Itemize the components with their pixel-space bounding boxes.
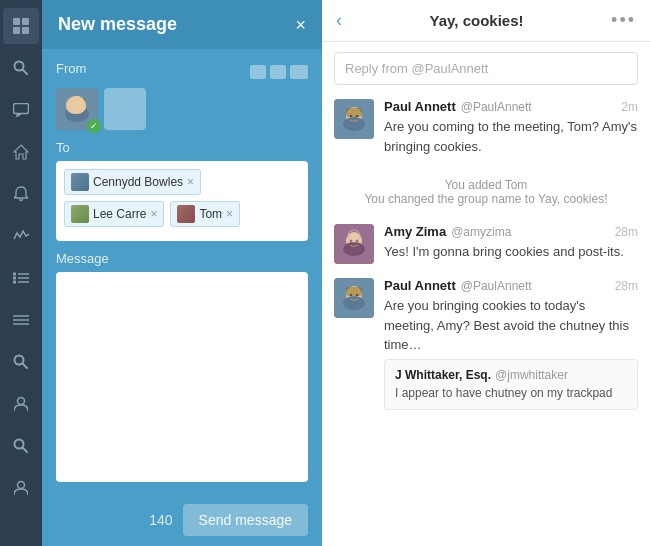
- amy-avatar: [334, 224, 374, 264]
- system-text-1: You added Tom: [334, 178, 638, 192]
- messages-list: Paul Annett @PaulAnnett 2m Are you comin…: [322, 91, 650, 546]
- conv-title: Yay, cookies!: [352, 12, 601, 29]
- amy-name: Amy Zima: [384, 224, 446, 239]
- amy-text: Yes! I'm gonna bring cookies and post-it…: [384, 242, 638, 262]
- reply-box[interactable]: Reply from @PaulAnnett: [334, 52, 638, 85]
- paul2-name: Paul Annett: [384, 278, 456, 293]
- from-avatar-paul[interactable]: ✓: [56, 88, 98, 130]
- compose-title: New message: [58, 14, 177, 35]
- nav-home2[interactable]: [3, 134, 39, 170]
- compose-footer: 140 Send message: [42, 494, 322, 546]
- nav-search[interactable]: [3, 50, 39, 86]
- tom-avatar: [177, 205, 195, 223]
- message-input[interactable]: [56, 272, 308, 482]
- msg-meta-paul2: Paul Annett @PaulAnnett 28m: [384, 278, 638, 293]
- view-toggle: [250, 65, 308, 79]
- svg-point-27: [80, 105, 83, 108]
- nav-lists2[interactable]: [3, 302, 39, 338]
- left-nav: [0, 0, 42, 546]
- nested-tweet-meta: J Whittaker, Esq. @jmwhittaker: [395, 368, 627, 382]
- svg-rect-25: [68, 98, 86, 108]
- recipient-tom[interactable]: Tom ×: [170, 201, 240, 227]
- lee-avatar: [71, 205, 89, 223]
- paul2-time: 28m: [615, 279, 638, 293]
- nav-notifications[interactable]: [3, 176, 39, 212]
- nav-messages[interactable]: [3, 92, 39, 128]
- message-item-paul2: Paul Annett @PaulAnnett 28m Are you brin…: [334, 278, 638, 410]
- amy-handle: @amyzima: [451, 225, 511, 239]
- send-button[interactable]: Send message: [183, 504, 308, 536]
- paul2-handle: @PaulAnnett: [461, 279, 532, 293]
- from-avatar-blank[interactable]: [104, 88, 146, 130]
- remove-tom[interactable]: ×: [226, 208, 233, 220]
- svg-line-17: [23, 364, 28, 369]
- lee-name: Lee Carre: [93, 207, 146, 221]
- more-button[interactable]: •••: [611, 10, 636, 31]
- system-message: You added Tom You changed the group name…: [334, 170, 638, 214]
- svg-point-44: [350, 294, 353, 297]
- char-count: 140: [149, 512, 172, 528]
- message-item-amy: Amy Zima @amyzima 28m Yes! I'm gonna bri…: [334, 224, 638, 264]
- cennydd-name: Cennydd Bowles: [93, 175, 183, 189]
- svg-point-24: [65, 106, 89, 122]
- from-section: From: [56, 61, 308, 130]
- svg-rect-1: [22, 18, 29, 25]
- message-section: Message: [56, 251, 308, 482]
- view-single-icon[interactable]: [250, 65, 266, 79]
- svg-rect-12: [13, 281, 16, 284]
- paul-avatar-1: [334, 99, 374, 139]
- svg-rect-2: [13, 27, 20, 34]
- msg-content-amy: Amy Zima @amyzima 28m Yes! I'm gonna bri…: [384, 224, 638, 264]
- avatar-check-mark: ✓: [87, 119, 101, 133]
- msg-meta-amy: Amy Zima @amyzima 28m: [384, 224, 638, 239]
- svg-rect-10: [13, 273, 16, 276]
- svg-point-42: [343, 296, 365, 310]
- to-recipients-box[interactable]: Cennydd Bowles × Lee Carre × Tom ×: [56, 161, 308, 241]
- to-label: To: [56, 140, 308, 155]
- msg-content-paul2: Paul Annett @PaulAnnett 28m Are you brin…: [384, 278, 638, 410]
- conv-header: ‹ Yay, cookies! •••: [322, 0, 650, 42]
- remove-lee[interactable]: ×: [150, 208, 157, 220]
- svg-point-21: [18, 482, 25, 489]
- svg-rect-0: [13, 18, 20, 25]
- msg-text-paul1: Are you coming to the meeting, Tom? Amy'…: [384, 117, 638, 156]
- close-button[interactable]: ×: [295, 16, 306, 34]
- svg-point-32: [350, 115, 353, 118]
- nav-lists[interactable]: [3, 260, 39, 296]
- remove-cennydd[interactable]: ×: [187, 176, 194, 188]
- svg-rect-43: [346, 287, 362, 296]
- nested-handle: @jmwhittaker: [495, 368, 568, 382]
- nested-text: I appear to have chutney on my trackpad: [395, 385, 627, 402]
- nav-user2[interactable]: [3, 470, 39, 506]
- message-label: Message: [56, 251, 308, 266]
- view-grid-icon[interactable]: [270, 65, 286, 79]
- svg-line-5: [23, 70, 28, 75]
- view-list-icon[interactable]: [290, 65, 308, 79]
- msg-handle: @PaulAnnett: [461, 100, 532, 114]
- nav-search2[interactable]: [3, 344, 39, 380]
- conversation-panel: ‹ Yay, cookies! ••• Reply from @PaulAnne…: [322, 0, 650, 546]
- svg-point-45: [356, 294, 359, 297]
- recipient-lee[interactable]: Lee Carre ×: [64, 201, 164, 227]
- svg-rect-3: [22, 27, 29, 34]
- paul2-text: Are you bringing cookies to today's meet…: [384, 296, 638, 355]
- compose-body: From: [42, 49, 322, 494]
- nested-name: J Whittaker, Esq.: [395, 368, 491, 382]
- recipient-cennydd[interactable]: Cennydd Bowles ×: [64, 169, 201, 195]
- nav-profile[interactable]: [3, 386, 39, 422]
- msg-meta-paul1: Paul Annett @PaulAnnett 2m: [384, 99, 638, 114]
- svg-rect-6: [14, 104, 29, 114]
- nav-home[interactable]: [3, 8, 39, 44]
- svg-point-18: [18, 398, 25, 405]
- msg-time: 2m: [621, 100, 638, 114]
- svg-point-33: [356, 115, 359, 118]
- svg-point-36: [343, 242, 365, 256]
- cennydd-avatar: [71, 173, 89, 191]
- nav-activity[interactable]: [3, 218, 39, 254]
- svg-line-20: [23, 448, 28, 453]
- nav-search3[interactable]: [3, 428, 39, 464]
- system-text-2: You changed the group name to Yay, cooki…: [334, 192, 638, 206]
- compose-header: New message ×: [42, 0, 322, 49]
- back-button[interactable]: ‹: [336, 10, 342, 31]
- msg-content-paul1: Paul Annett @PaulAnnett 2m Are you comin…: [384, 99, 638, 156]
